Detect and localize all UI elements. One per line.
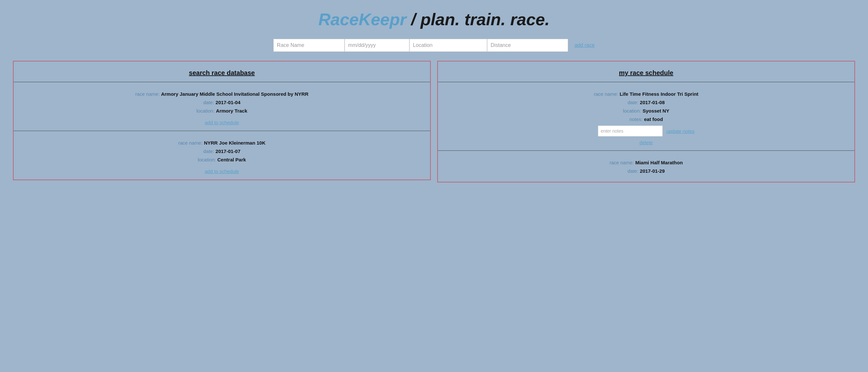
race-name-value: Miami Half Marathon [635, 160, 683, 165]
race-date-label: date: [204, 148, 214, 154]
location-input[interactable] [409, 39, 487, 52]
race-date-row: date: 2017-01-07 [23, 148, 421, 154]
race-name-row: race name: Miami Half Marathon [447, 160, 845, 166]
race-location-label: location: [196, 108, 214, 113]
race-date-label: date: [628, 168, 639, 174]
race-name-value: NYRR Joe Kleinerman 10K [204, 140, 266, 145]
race-location-value: Syosset NY [643, 108, 670, 113]
race-name-row: race name: NYRR Joe Kleinerman 10K [23, 140, 421, 146]
notes-edit-row: update notes [447, 126, 845, 136]
race-name-value: Life Time Fitness Indoor Tri Sprint [620, 91, 698, 97]
schedule-race-card: race name: Miami Half Marathon date: 201… [438, 150, 855, 182]
race-date-label: date: [204, 100, 214, 105]
add-to-schedule-button[interactable]: add to schedule [205, 169, 239, 174]
race-date-value: 2017-01-07 [216, 148, 241, 154]
race-name-value: Armory January Middle School Invitationa… [161, 91, 308, 97]
brand-tagline: / plan. train. race. [406, 10, 550, 29]
race-notes-value: eat food [644, 116, 663, 122]
race-name-row: race name: Armory January Middle School … [23, 91, 421, 97]
race-notes-row: notes: eat food [447, 116, 845, 122]
update-notes-button[interactable]: update notes [666, 128, 695, 134]
race-date-value: 2017-01-29 [640, 168, 665, 174]
add-to-schedule-button[interactable]: add to schedule [205, 120, 239, 125]
header: RaceKeepr / plan. train. race. [13, 10, 855, 29]
search-panel-title: search race database [13, 62, 430, 82]
race-location-label: location: [198, 157, 216, 162]
race-date-row: date: 2017-01-29 [447, 168, 845, 174]
add-race-button[interactable]: add race [575, 42, 595, 48]
race-date-value: 2017-01-04 [216, 100, 241, 105]
race-name-input[interactable] [273, 39, 345, 52]
search-form: add race [13, 39, 855, 52]
race-location-value: Armory Track [216, 108, 247, 113]
search-panel: search race database race name: Armory J… [13, 61, 431, 180]
race-location-row: location: Syosset NY [447, 108, 845, 114]
distance-input[interactable] [487, 39, 568, 52]
race-location-row: location: Armory Track [23, 108, 421, 114]
race-date-label: date: [628, 100, 639, 105]
race-date-row: date: 2017-01-04 [23, 100, 421, 105]
search-race-card: race name: Armory January Middle School … [13, 82, 430, 131]
race-name-label: race name: [594, 91, 618, 97]
race-location-row: location: Central Park [23, 157, 421, 163]
main-content: search race database race name: Armory J… [13, 61, 855, 182]
brand-name: RaceKeepr [318, 10, 406, 29]
race-location-label: location: [623, 108, 641, 113]
race-name-row: race name: Life Time Fitness Indoor Tri … [447, 91, 845, 97]
race-name-label: race name: [178, 140, 203, 145]
schedule-panel-title: my race schedule [438, 62, 855, 82]
schedule-panel: my race schedule race name: Life Time Fi… [437, 61, 855, 182]
race-location-value: Central Park [217, 157, 246, 162]
race-date-value: 2017-01-08 [640, 100, 665, 105]
race-name-label: race name: [135, 91, 160, 97]
notes-input[interactable] [598, 126, 663, 136]
schedule-race-card: race name: Life Time Fitness Indoor Tri … [438, 82, 855, 150]
delete-button[interactable]: delete [447, 140, 845, 145]
date-input[interactable] [345, 39, 409, 52]
race-name-label: race name: [610, 160, 634, 165]
race-date-row: date: 2017-01-08 [447, 100, 845, 105]
search-race-card: race name: NYRR Joe Kleinerman 10K date:… [13, 131, 430, 179]
race-notes-label: notes: [629, 116, 643, 122]
